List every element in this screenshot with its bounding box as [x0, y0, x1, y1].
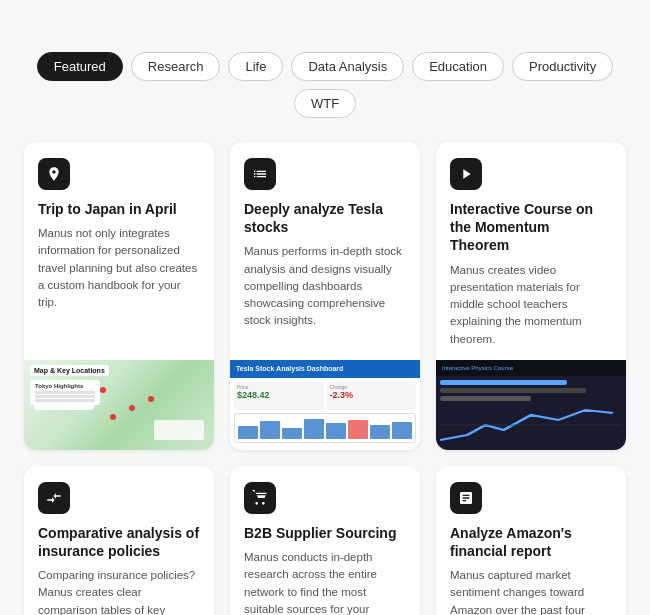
card-title-amazon: Analyze Amazon's financial report — [450, 524, 612, 560]
card-desc-japan: Manus not only integrates information fo… — [38, 225, 200, 311]
card-title-momentum: Interactive Course on the Momentum Theor… — [450, 200, 612, 255]
cart-icon — [244, 482, 276, 514]
filter-life[interactable]: Life — [228, 52, 283, 81]
filter-research[interactable]: Research — [131, 52, 221, 81]
filter-wtf[interactable]: WTF — [294, 89, 356, 118]
momentum-preview: Interactive Physics Course — [436, 360, 626, 450]
filter-bar: FeaturedResearchLifeData AnalysisEducati… — [24, 52, 626, 118]
card-title-japan: Trip to Japan in April — [38, 200, 200, 218]
card-desc-b2b: Manus conducts in-depth research across … — [244, 549, 406, 615]
card-desc-tesla: Manus performs in-depth stock analysis a… — [244, 243, 406, 329]
filter-featured[interactable]: Featured — [37, 52, 123, 81]
report-icon — [450, 482, 482, 514]
card-insurance[interactable]: Comparative analysis of insurance polici… — [24, 466, 214, 615]
card-title-insurance: Comparative analysis of insurance polici… — [38, 524, 200, 560]
card-desc-momentum: Manus creates video presentation materia… — [450, 262, 612, 348]
japan-map-preview: Map & Key Locations Tokyo Highlights — [24, 360, 214, 450]
card-amazon[interactable]: Analyze Amazon's financial reportManus c… — [436, 466, 626, 615]
card-b2b[interactable]: B2B Supplier SourcingManus conducts in-d… — [230, 466, 420, 615]
filter-education[interactable]: Education — [412, 52, 504, 81]
cards-grid: Trip to Japan in AprilManus not only int… — [24, 142, 626, 615]
chart-icon — [244, 158, 276, 190]
card-tesla[interactable]: Deeply analyze Tesla stocksManus perform… — [230, 142, 420, 450]
page-container: FeaturedResearchLifeData AnalysisEducati… — [0, 0, 650, 615]
filter-productivity[interactable]: Productivity — [512, 52, 613, 81]
compare-icon — [38, 482, 70, 514]
video-icon — [450, 158, 482, 190]
card-desc-amazon: Manus captured market sentiment changes … — [450, 567, 612, 615]
card-desc-insurance: Comparing insurance policies? Manus crea… — [38, 567, 200, 615]
card-momentum[interactable]: Interactive Course on the Momentum Theor… — [436, 142, 626, 450]
filter-data-analysis[interactable]: Data Analysis — [291, 52, 404, 81]
tesla-preview: Tesla Stock Analysis Dashboard Price$248… — [230, 360, 420, 450]
map-icon — [38, 158, 70, 190]
card-title-b2b: B2B Supplier Sourcing — [244, 524, 406, 542]
card-title-tesla: Deeply analyze Tesla stocks — [244, 200, 406, 236]
card-japan[interactable]: Trip to Japan in AprilManus not only int… — [24, 142, 214, 450]
